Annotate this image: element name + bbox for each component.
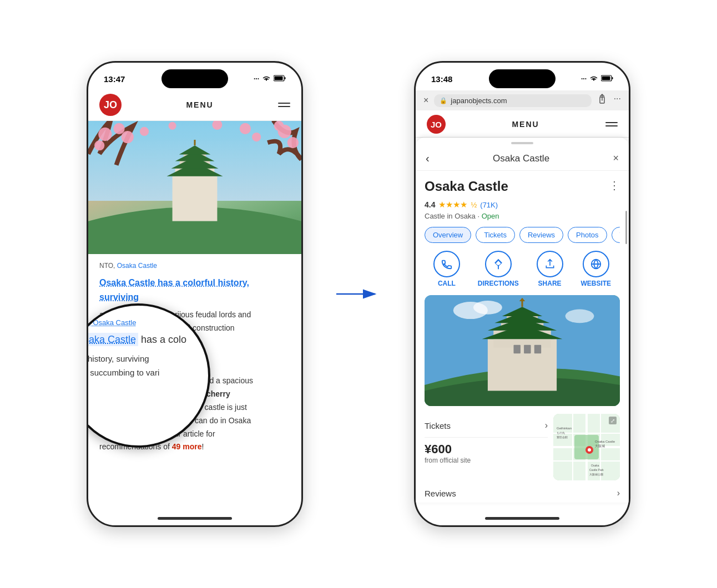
reviews-row[interactable]: Reviews ›: [425, 481, 620, 503]
svg-point-5: [94, 140, 104, 150]
maps-panel-title: Osaka Castle: [493, 153, 549, 164]
place-more-btn[interactable]: ⋮: [609, 179, 620, 192]
directions-action[interactable]: DIRECTIONS: [478, 251, 519, 287]
left-phone: 13:47 ··· JO MENU: [87, 61, 303, 527]
svg-text:Osaka Castle: Osaka Castle: [595, 440, 615, 443]
breadcrumb-text: NTO, Osaka Castle: [99, 261, 290, 271]
share-label: SHARE: [538, 280, 562, 287]
svg-point-4: [113, 123, 124, 134]
dynamic-island-right: [489, 69, 556, 88]
reviews-chevron: ›: [617, 488, 620, 498]
place-tabs: Overview Tickets Reviews Photos Tours: [425, 227, 620, 243]
tab-photos[interactable]: Photos: [568, 227, 607, 243]
maps-panel-header: ‹ Osaka Castle ×: [416, 144, 629, 171]
svg-rect-23: [612, 77, 613, 79]
svg-point-13: [169, 122, 176, 130]
tickets-left: Tickets › ¥600 from official site: [425, 414, 548, 480]
svg-point-30: [473, 301, 502, 315]
svg-rect-2: [275, 76, 283, 80]
svg-point-9: [274, 121, 284, 131]
reviews-label: Reviews: [425, 489, 456, 498]
rating-count[interactable]: (71K): [480, 201, 498, 209]
call-icon-circle: [433, 251, 460, 277]
highlight-number[interactable]: 49 more: [172, 442, 202, 451]
lock-icon: 🔒: [440, 97, 447, 104]
share-browser-btn[interactable]: [597, 94, 607, 107]
maps-back-btn[interactable]: ‹: [426, 152, 430, 165]
mag-breadcrumb: NTO, Osaka Castle: [87, 317, 210, 329]
breadcrumb-link[interactable]: Osaka Castle: [117, 262, 157, 270]
menu-label-right[interactable]: MENU: [512, 120, 539, 129]
svg-text:大阪城公園: 大阪城公園: [589, 473, 603, 476]
home-indicator-left[interactable]: [158, 517, 232, 520]
share-action[interactable]: SHARE: [537, 251, 563, 287]
svg-rect-1: [285, 77, 286, 79]
app-logo-right[interactable]: JO: [427, 115, 446, 134]
battery-icon: [274, 75, 286, 83]
url-bar[interactable]: 🔒 japanobjects.com: [434, 94, 591, 107]
mag-title-highlighted[interactable]: Osaka Castle: [87, 333, 138, 346]
ticket-price-block: ¥600 from official site: [425, 438, 548, 467]
tab-tours[interactable]: Tours: [612, 227, 620, 243]
svg-text:Geihinkan: Geihinkan: [557, 427, 572, 430]
svg-point-14: [212, 121, 222, 130]
wifi-icon: [262, 75, 271, 83]
page-container: 13:47 ··· JO MENU: [0, 0, 717, 588]
svg-point-6: [122, 131, 134, 143]
maps-panel: ‹ Osaka Castle × Osaka Castle ⋮ 4.4 ★★★★…: [416, 138, 629, 503]
time-right: 13:48: [431, 74, 452, 84]
svg-point-58: [588, 448, 591, 452]
place-rating: 4.4 ★★★★ ½ (71K): [425, 200, 620, 210]
call-label: CALL: [438, 280, 456, 287]
place-title: Osaka Castle: [425, 179, 508, 194]
menu-label-left[interactable]: MENU: [186, 100, 213, 109]
place-actions: CALL DIRECTIONS: [425, 251, 620, 287]
directions-icon-circle: [485, 251, 512, 277]
tickets-chevron: ›: [545, 420, 548, 430]
battery-icon-right: [601, 75, 613, 83]
svg-text:⤢: ⤢: [610, 418, 615, 424]
map-thumbnail[interactable]: Geihinkan もの丸 豊臣会館 Osaka Castle 大阪城 Osak…: [553, 414, 620, 480]
half-star: ½: [471, 201, 477, 209]
ticket-source: from official site: [425, 457, 548, 464]
tab-overview[interactable]: Overview: [425, 227, 471, 243]
app-logo-left[interactable]: JO: [99, 94, 122, 116]
browser-bar: × 🔒 japanobjects.com ···: [416, 90, 629, 110]
article-title[interactable]: Osaka Castle has a colorful history, sur…: [99, 276, 290, 304]
dynamic-island-left: [161, 69, 228, 88]
website-label: WEBSITE: [580, 280, 611, 287]
svg-point-10: [140, 127, 149, 136]
tickets-map-section: Tickets › ¥600 from official site: [425, 414, 620, 480]
scroll-indicator: [625, 211, 627, 244]
svg-rect-38: [513, 345, 520, 354]
svg-text:大阪城: 大阪城: [595, 444, 605, 448]
browser-actions: ···: [597, 94, 621, 107]
svg-point-8: [287, 137, 299, 148]
svg-rect-39: [524, 345, 531, 354]
url-text: japanobjects.com: [451, 97, 507, 105]
right-phone: 13:48 ··· × 🔒 japanobjects.com: [414, 61, 630, 527]
svg-point-12: [252, 133, 261, 141]
svg-text:もの丸: もの丸: [557, 431, 565, 434]
website-action[interactable]: WEBSITE: [580, 251, 611, 287]
browser-close-btn[interactable]: ×: [423, 95, 428, 105]
tab-tickets[interactable]: Tickets: [476, 227, 515, 243]
home-indicator-right[interactable]: [485, 517, 559, 520]
signal-icon-right: ···: [581, 75, 587, 83]
call-action[interactable]: CALL: [433, 251, 460, 287]
wifi-icon-right: [589, 75, 598, 83]
hamburger-icon-right[interactable]: [605, 122, 618, 126]
rating-number: 4.4: [425, 200, 435, 209]
tab-reviews[interactable]: Reviews: [519, 227, 563, 243]
tickets-section[interactable]: Tickets ›: [425, 414, 548, 438]
svg-text:Castle Park: Castle Park: [589, 468, 604, 472]
maps-close-btn[interactable]: ×: [613, 153, 619, 164]
magnifier-content: NTO, Osaka Castle Osaka Castle has a col…: [87, 317, 210, 380]
svg-point-26: [497, 262, 499, 264]
more-browser-btn[interactable]: ···: [614, 94, 621, 107]
svg-point-31: [565, 309, 594, 323]
hamburger-icon-left[interactable]: [278, 103, 290, 107]
status-icons-right: ···: [581, 75, 613, 83]
mag-breadcrumb-link[interactable]: Osaka Castle: [93, 318, 136, 327]
website-icon-circle: [583, 251, 609, 277]
